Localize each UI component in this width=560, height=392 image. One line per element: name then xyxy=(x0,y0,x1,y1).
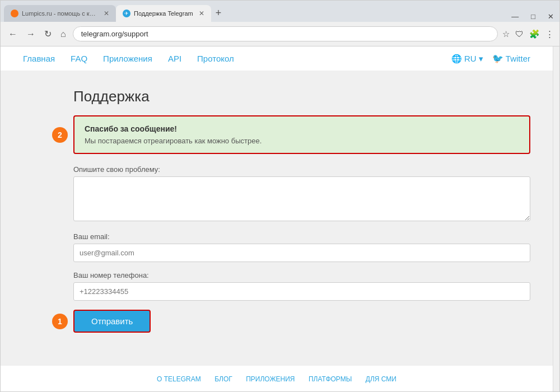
extension-icon[interactable]: 🧩 xyxy=(529,29,540,39)
twitter-label: Twitter xyxy=(506,54,530,63)
nav-apps[interactable]: Приложения xyxy=(103,54,152,63)
nav-api[interactable]: API xyxy=(168,54,181,63)
submit-button[interactable]: Отправить xyxy=(73,310,151,333)
email-label: Ваш email: xyxy=(73,232,530,241)
twitter-bird-icon: 🐦 xyxy=(492,53,503,64)
tab-telegram-title: Поддержка Telegram xyxy=(134,10,193,17)
footer-press[interactable]: ДЛЯ СМИ xyxy=(366,375,396,383)
main-content: Поддержка 2 Спасибо за сообщение! Мы пос… xyxy=(1,71,553,365)
page-with-scroll: Главная FAQ Приложения API Протокол 🌐 RU… xyxy=(1,46,559,391)
shield-icon[interactable]: 🛡 xyxy=(515,29,524,39)
page-scroll-content: Главная FAQ Приложения API Протокол 🌐 RU… xyxy=(1,46,553,391)
success-text: Мы постараемся отреагировать как можно б… xyxy=(85,137,519,145)
badge-1: 1 xyxy=(52,314,68,329)
back-button[interactable]: ← xyxy=(6,28,20,40)
toolbar-icons: ☆ 🛡 🧩 ⋮ xyxy=(502,29,554,39)
tab-lumpics[interactable]: Lumpics.ru - помощь с компь... ✕ xyxy=(4,5,116,22)
problem-group: Опишите свою проблему: xyxy=(73,165,530,223)
badge-2: 2 xyxy=(52,127,68,143)
address-input[interactable] xyxy=(73,26,498,41)
page-title: Поддержка xyxy=(73,88,530,105)
browser-window: Lumpics.ru - помощь с компь... ✕ ✈ Подде… xyxy=(0,0,560,392)
restore-button[interactable]: □ xyxy=(529,12,538,21)
lumpics-favicon xyxy=(11,10,18,17)
site-footer: О TELEGRAM БЛОГ ПРИЛОЖЕНИЯ ПЛАТФОРМЫ ДЛЯ… xyxy=(1,365,553,391)
phone-label: Ваш номер телефона: xyxy=(73,271,530,279)
new-tab-button[interactable]: + xyxy=(211,7,226,19)
phone-group: Ваш номер телефона: xyxy=(73,271,530,301)
minimize-button[interactable]: — xyxy=(509,12,521,21)
success-box: 2 Спасибо за сообщение! Мы постараемся о… xyxy=(73,115,530,154)
footer-blog[interactable]: БЛОГ xyxy=(214,375,232,383)
nav-right: 🌐 RU ▾ 🐦 Twitter xyxy=(451,53,530,64)
bookmark-icon[interactable]: ☆ xyxy=(502,29,510,39)
telegram-favicon: ✈ xyxy=(123,10,130,17)
nav-protocol[interactable]: Протокол xyxy=(197,54,234,63)
footer-apps[interactable]: ПРИЛОЖЕНИЯ xyxy=(246,375,295,383)
home-button[interactable]: ⌂ xyxy=(58,28,68,40)
success-wrapper: 2 Спасибо за сообщение! Мы постараемся о… xyxy=(73,115,530,154)
tab-telegram-close[interactable]: ✕ xyxy=(199,10,204,17)
email-input[interactable] xyxy=(73,244,530,262)
nav-faq[interactable]: FAQ xyxy=(71,54,87,63)
tab-telegram[interactable]: ✈ Поддержка Telegram ✕ xyxy=(116,5,211,22)
email-group: Ваш email: xyxy=(73,232,530,262)
site-nav: Главная FAQ Приложения API Протокол 🌐 RU… xyxy=(1,46,553,71)
close-button[interactable]: ✕ xyxy=(545,12,556,21)
nav-home[interactable]: Главная xyxy=(23,54,55,63)
phone-input[interactable] xyxy=(73,282,530,301)
twitter-link[interactable]: 🐦 Twitter xyxy=(492,53,530,64)
tab-bar: Lumpics.ru - помощь с компь... ✕ ✈ Подде… xyxy=(1,1,559,22)
tab-lumpics-close[interactable]: ✕ xyxy=(104,10,109,17)
window-controls: — □ ✕ xyxy=(509,12,556,22)
menu-icon[interactable]: ⋮ xyxy=(545,29,554,39)
submit-area: 1 Отправить xyxy=(73,310,151,333)
address-bar: ← → ↻ ⌂ ☆ 🛡 🧩 ⋮ xyxy=(1,22,559,46)
problem-textarea[interactable] xyxy=(73,176,530,221)
success-title: Спасибо за сообщение! xyxy=(85,124,519,133)
forward-button[interactable]: → xyxy=(24,28,38,40)
scrollbar[interactable] xyxy=(553,46,559,391)
lang-switcher[interactable]: 🌐 RU ▾ xyxy=(451,54,483,64)
footer-about[interactable]: О TELEGRAM xyxy=(157,375,201,383)
tab-lumpics-title: Lumpics.ru - помощь с компь... xyxy=(22,10,98,17)
reload-button[interactable]: ↻ xyxy=(42,27,54,40)
problem-label: Опишите свою проблему: xyxy=(73,165,530,174)
footer-platforms[interactable]: ПЛАТФОРМЫ xyxy=(309,375,352,383)
